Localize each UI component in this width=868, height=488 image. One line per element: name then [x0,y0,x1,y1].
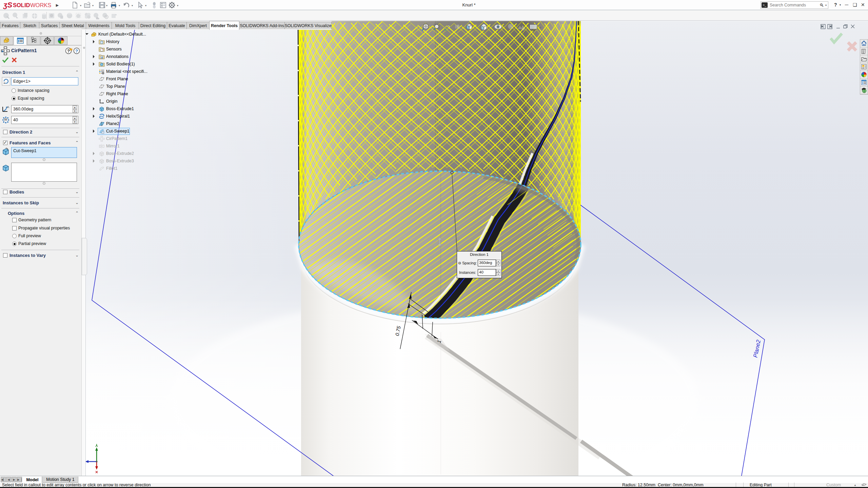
svg-text:A: A [101,56,103,59]
svg-text:SOLID: SOLID [13,2,30,8]
svg-text:?: ? [75,48,78,54]
svg-text:A: A [7,105,9,109]
svg-text:?: ? [67,48,70,54]
svg-text:WORKS: WORKS [30,2,51,8]
svg-text:ʒS: ʒS [3,1,13,9]
